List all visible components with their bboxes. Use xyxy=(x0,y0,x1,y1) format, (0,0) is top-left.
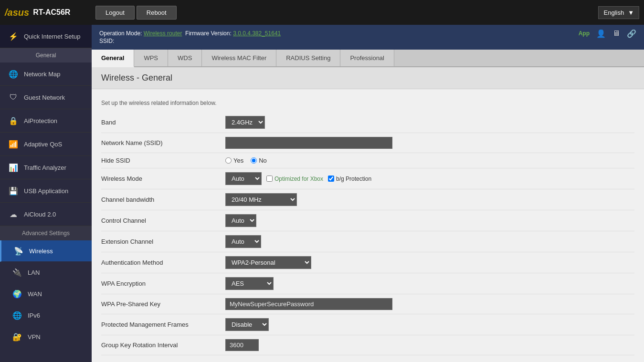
tab-professional[interactable]: Professional xyxy=(340,50,394,66)
sidebar-label-adaptive-qos: Adaptive QoS xyxy=(24,141,62,148)
sidebar-item-aiprotection[interactable]: 🔒 AiProtection xyxy=(0,109,92,133)
aicloud-icon: ☁ xyxy=(8,208,19,220)
form-row-wireless-mode: Wireless Mode Auto N only B/G/N B only G… xyxy=(101,168,634,189)
panel-title: Wireless - General xyxy=(101,73,634,83)
sidebar-item-guest-network[interactable]: 🛡 Guest Network xyxy=(0,86,92,109)
bg-protection-label[interactable]: b/g Protection xyxy=(328,176,371,182)
qis-label: Quick Internet Setup xyxy=(24,33,81,40)
chevron-down-icon: ▼ xyxy=(628,9,634,16)
band-control: 2.4GHz 5GHz xyxy=(225,116,634,129)
monitor-icon[interactable]: 🖥 xyxy=(612,29,620,38)
quick-setup-icon: ⚡ xyxy=(8,31,19,42)
hide-ssid-control: Yes No xyxy=(225,157,634,164)
extension-channel-select[interactable]: Auto Above Below xyxy=(225,235,261,248)
control-channel-label: Control Channel xyxy=(101,217,225,224)
optimized-xbox-checkbox[interactable] xyxy=(266,176,273,182)
pmf-select[interactable]: Disable Capable Required xyxy=(225,318,269,331)
sidebar-item-aicloud[interactable]: ☁ AiCloud 2.0 xyxy=(0,203,92,226)
share-icon[interactable]: 🔗 xyxy=(627,29,636,38)
top-buttons: Logout Reboot xyxy=(95,6,177,20)
tab-wds[interactable]: WDS xyxy=(168,50,202,66)
wpa-enc-label: WPA Encryption xyxy=(101,280,225,287)
panel-subtitle: Set up the wireless related information … xyxy=(101,96,634,112)
ssid-input[interactable] xyxy=(225,137,392,149)
hide-ssid-no[interactable]: No xyxy=(251,157,267,164)
tab-wps[interactable]: WPS xyxy=(134,50,168,66)
aiprotection-icon: 🔒 xyxy=(8,115,19,126)
gkri-label: Group Key Rotation Interval xyxy=(101,341,225,349)
logout-button[interactable]: Logout xyxy=(95,6,135,20)
auth-method-select[interactable]: WPA2-Personal Open System Shared Key WPA… xyxy=(225,256,311,269)
reboot-button[interactable]: Reboot xyxy=(137,6,177,20)
info-bar: Operation Mode: Wireless router Firmware… xyxy=(92,25,644,50)
sidebar-label-vpn: VPN xyxy=(28,333,41,341)
network-map-icon: 🌐 xyxy=(8,68,19,80)
sidebar-label-traffic-analyzer: Traffic Analyzer xyxy=(24,164,66,171)
wireless-mode-label: Wireless Mode xyxy=(101,175,225,182)
hide-ssid-no-radio[interactable] xyxy=(251,157,257,164)
band-label: Band xyxy=(101,119,225,126)
sidebar-label-aiprotection: AiProtection xyxy=(24,117,57,124)
form-row-auth-method: Authentication Method WPA2-Personal Open… xyxy=(101,252,634,273)
channel-bw-control: 20/40 MHz 20 MHz 40 MHz xyxy=(225,193,634,206)
traffic-analyzer-icon: 📊 xyxy=(8,162,19,173)
hide-ssid-yes[interactable]: Yes xyxy=(225,157,243,164)
channel-bw-select[interactable]: 20/40 MHz 20 MHz 40 MHz xyxy=(225,193,297,206)
pmf-label: Protected Management Frames xyxy=(101,321,225,328)
language-selector[interactable]: English ▼ xyxy=(598,6,639,19)
sidebar-item-wireless[interactable]: 📡 Wireless xyxy=(0,240,92,262)
sidebar-label-wireless: Wireless xyxy=(29,248,53,255)
firmware-value[interactable]: 3.0.0.4.382_51641 xyxy=(233,30,281,37)
adaptive-qos-icon: 📶 xyxy=(8,138,19,150)
band-select[interactable]: 2.4GHz 5GHz xyxy=(225,116,265,129)
tab-radius[interactable]: RADIUS Setting xyxy=(276,50,340,66)
sidebar-item-vpn[interactable]: 🔐 VPN xyxy=(0,326,92,348)
gkri-control: 3600 xyxy=(225,339,634,351)
firmware-label: Firmware Version: xyxy=(185,30,232,37)
extension-channel-label: Extension Channel xyxy=(101,238,225,245)
auth-method-control: WPA2-Personal Open System Shared Key WPA… xyxy=(225,256,634,269)
tab-general[interactable]: General xyxy=(92,50,134,67)
content-area: Operation Mode: Wireless router Firmware… xyxy=(92,25,644,362)
panel-content: Set up the wireless related information … xyxy=(92,89,644,362)
logo-asus: /asus xyxy=(5,7,29,18)
form-row-pmf: Protected Management Frames Disable Capa… xyxy=(101,314,634,335)
info-bar-icons: App 👤 🖥 🔗 xyxy=(579,29,636,38)
sidebar-item-qis[interactable]: ⚡ Quick Internet Setup xyxy=(0,25,92,48)
wireless-icon: 📡 xyxy=(13,245,24,257)
lan-icon: 🔌 xyxy=(11,267,23,278)
control-channel-select[interactable]: Auto 1234 5678 91011 xyxy=(225,214,256,227)
sidebar-item-usb-application[interactable]: 💾 USB Application xyxy=(0,179,92,203)
sidebar-item-network-map[interactable]: 🌐 Network Map xyxy=(0,62,92,86)
sidebar-item-adaptive-qos[interactable]: 📶 Adaptive QoS xyxy=(0,133,92,156)
tab-wmacfilter[interactable]: Wireless MAC Filter xyxy=(202,50,276,66)
sidebar-item-traffic-analyzer[interactable]: 📊 Traffic Analyzer xyxy=(0,156,92,179)
wpa-key-input[interactable]: MyNewSuperSecurePassword xyxy=(225,298,392,310)
form-row-wpa-key: WPA Pre-Shared Key MyNewSuperSecurePassw… xyxy=(101,294,634,314)
sidebar-advanced-header: Advanced Settings xyxy=(0,226,92,240)
sidebar-item-wan[interactable]: 🌍 WAN xyxy=(0,283,92,305)
main-layout: ⚡ Quick Internet Setup General 🌐 Network… xyxy=(0,25,644,362)
panel-header: Wireless - General xyxy=(92,67,644,89)
control-channel-control: Auto 1234 5678 91011 xyxy=(225,214,634,227)
top-bar: /asus RT-AC56R Logout Reboot English ▼ xyxy=(0,0,644,25)
sidebar-item-ipv6[interactable]: 🌐 IPv6 xyxy=(0,305,92,326)
sidebar-label-network-map: Network Map xyxy=(24,71,61,78)
sidebar-item-lan[interactable]: 🔌 LAN xyxy=(0,262,92,283)
sidebar-label-guest-network: Guest Network xyxy=(24,94,65,101)
logo-model: RT-AC56R xyxy=(33,8,70,17)
auth-method-label: Authentication Method xyxy=(101,259,225,266)
hide-ssid-yes-radio[interactable] xyxy=(225,157,232,164)
op-mode-value[interactable]: Wireless router xyxy=(144,30,182,37)
wireless-mode-select[interactable]: Auto N only B/G/N B only G only xyxy=(225,172,262,185)
logo-area: /asus RT-AC56R xyxy=(5,7,91,18)
wpa-enc-select[interactable]: AES TKIP TKIP+AES xyxy=(225,277,274,290)
form-row-channel-bw: Channel bandwidth 20/40 MHz 20 MHz 40 MH… xyxy=(101,189,634,210)
ssid-label: SSID: xyxy=(99,38,114,44)
form-row-wpa-enc: WPA Encryption AES TKIP TKIP+AES xyxy=(101,273,634,294)
bg-protection-checkbox[interactable] xyxy=(328,176,334,182)
sidebar-label-usb-application: USB Application xyxy=(24,187,68,195)
gkri-input[interactable]: 3600 xyxy=(225,339,259,351)
optimized-xbox-label[interactable]: Optimized for Xbox xyxy=(266,176,323,182)
user-icon[interactable]: 👤 xyxy=(596,29,606,38)
